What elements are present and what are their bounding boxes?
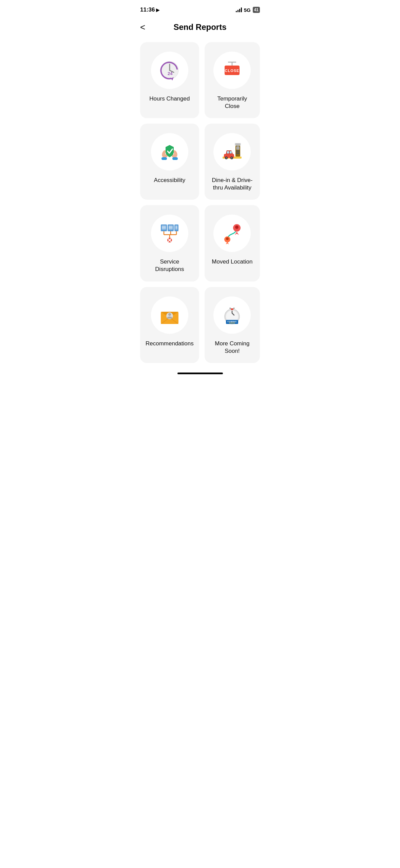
service-disruptions-label: Service Disruptions (146, 258, 194, 273)
moved-location-label: Moved Location (212, 258, 252, 266)
battery-icon: 41 (253, 7, 260, 13)
accessibility-card[interactable]: Accessibility (140, 124, 199, 200)
temporarily-close-label: Temporarily Close (210, 95, 254, 110)
svg-point-50 (226, 237, 229, 240)
drive-thru-icon (221, 141, 243, 163)
svg-rect-19 (235, 143, 241, 146)
disruptions-icon (159, 222, 180, 244)
page-header: < Send Reports (133, 17, 267, 39)
svg-point-52 (235, 225, 239, 229)
recommendations-icon-circle (151, 296, 188, 334)
service-disruptions-icon-circle (151, 215, 188, 252)
close-sign-icon: CLOSE (221, 59, 243, 81)
svg-rect-15 (236, 146, 240, 150)
svg-point-26 (226, 157, 227, 159)
report-grid: 24 Hours Changed CLOSE Temporarily Close (133, 39, 267, 370)
page-title: Send Reports (173, 22, 226, 32)
svg-rect-12 (172, 157, 178, 160)
status-right: 5G 41 (236, 7, 260, 13)
temporarily-close-card[interactable]: CLOSE Temporarily Close (205, 42, 260, 118)
recommendations-card[interactable]: Recommendations (140, 287, 199, 363)
clock24-icon: 24 (159, 59, 180, 81)
svg-rect-17 (236, 152, 240, 154)
coming-soon-label: More Coming Soon! (210, 340, 254, 355)
accessibility-label: Accessibility (154, 177, 186, 184)
svg-rect-60 (231, 308, 233, 310)
service-disruptions-card[interactable]: Service Disruptions (140, 205, 199, 281)
recommendations-label: Recommendations (146, 340, 194, 347)
svg-rect-24 (230, 151, 232, 153)
home-indicator (133, 370, 267, 380)
svg-point-28 (231, 157, 232, 159)
status-bar: 11:36 ▶ 5G 41 (133, 0, 267, 17)
signal-icon (236, 7, 242, 12)
envelope-icon (159, 304, 180, 326)
back-button[interactable]: < (140, 23, 145, 32)
hours-changed-card[interactable]: 24 Hours Changed (140, 42, 199, 118)
dine-in-icon-circle (213, 133, 251, 170)
svg-point-55 (168, 313, 171, 316)
location-icon: ▶ (156, 7, 159, 13)
dine-in-card[interactable]: Dine-in & Drive-thru Availability (205, 124, 260, 200)
moved-location-card[interactable]: Moved Location (205, 205, 260, 281)
coming-soon-card[interactable]: COMING SOON More Coming Soon! (205, 287, 260, 363)
svg-rect-23 (227, 151, 229, 153)
location-icon (221, 222, 243, 244)
coming-soon-icon: COMING SOON (221, 304, 243, 326)
hours-changed-icon-circle: 24 (151, 52, 188, 89)
shield-hands-icon (159, 141, 180, 163)
accessibility-icon-circle (151, 133, 188, 170)
svg-text:SOON: SOON (229, 322, 235, 324)
svg-text:24: 24 (168, 71, 173, 76)
temporarily-close-icon-circle: CLOSE (213, 52, 251, 89)
svg-text:CLOSE: CLOSE (225, 69, 240, 73)
svg-rect-64 (229, 308, 231, 309)
status-time: 11:36 ▶ (140, 6, 159, 13)
svg-rect-16 (236, 150, 240, 152)
svg-rect-11 (161, 157, 167, 160)
moved-location-icon-circle (213, 215, 251, 252)
svg-rect-65 (233, 308, 235, 309)
dine-in-label: Dine-in & Drive-thru Availability (210, 177, 254, 192)
home-bar (177, 373, 223, 374)
coming-soon-icon-circle: COMING SOON (213, 296, 251, 334)
hours-changed-label: Hours Changed (149, 95, 190, 103)
network-type: 5G (244, 7, 251, 13)
